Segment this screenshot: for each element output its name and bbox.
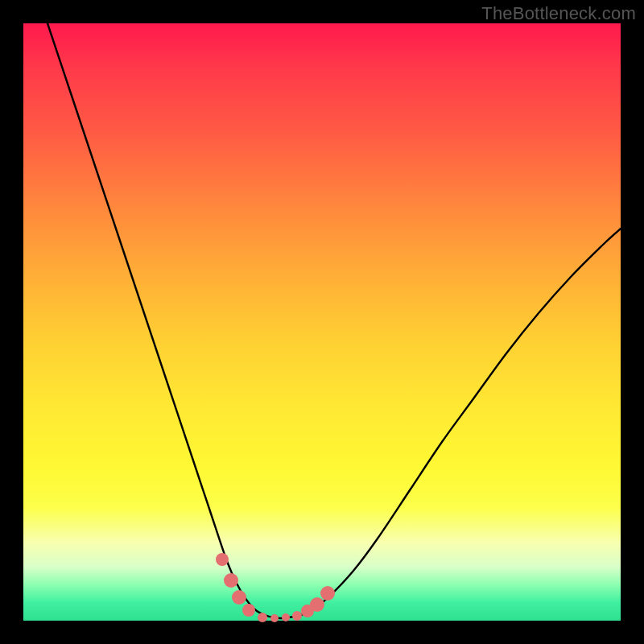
marker-dot — [232, 590, 246, 605]
marker-dot — [310, 597, 324, 612]
marker-dot — [270, 614, 279, 622]
watermark-text: TheBottleneck.com — [481, 3, 636, 24]
plot-area — [23, 23, 621, 621]
marker-dot — [320, 586, 335, 601]
marker-dots — [216, 553, 335, 622]
bottleneck-curve — [47, 23, 621, 618]
marker-dot — [292, 611, 302, 621]
marker-dot — [216, 553, 229, 566]
outer-frame: TheBottleneck.com — [0, 0, 644, 644]
marker-dot — [258, 613, 267, 622]
marker-dot — [282, 613, 290, 621]
marker-dot — [224, 573, 238, 588]
marker-dot — [242, 604, 255, 617]
chart-svg — [23, 23, 621, 621]
